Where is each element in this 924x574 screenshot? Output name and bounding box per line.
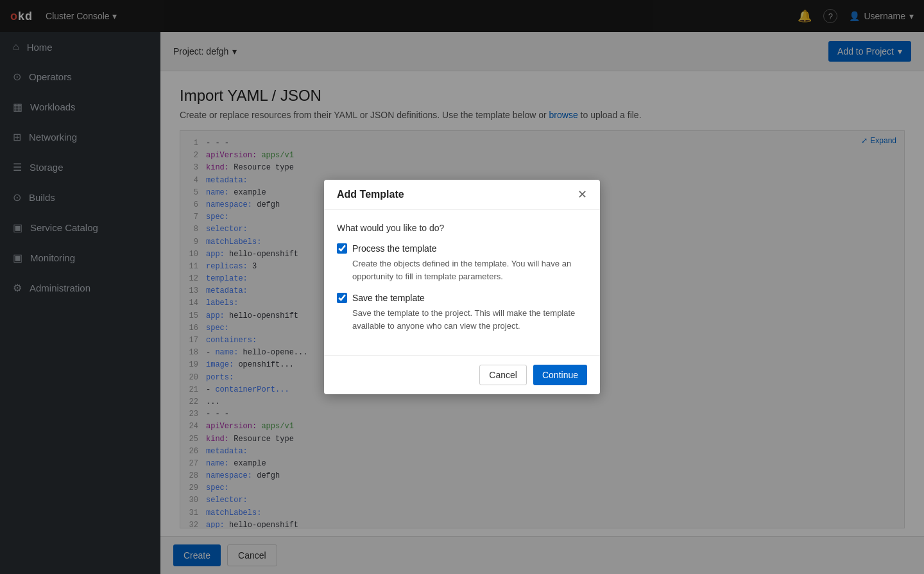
save-template-description: Save the template to the project. This w…: [352, 307, 587, 332]
process-template-option: Process the template Create the objects …: [337, 243, 587, 283]
modal-body: What would you like to do? Process the t…: [324, 210, 600, 355]
process-template-checkbox[interactable]: [337, 243, 347, 254]
process-template-text: Process the template: [352, 243, 437, 254]
modal-cancel-button[interactable]: Cancel: [479, 365, 527, 385]
add-template-modal: Add Template ✕ What would you like to do…: [324, 180, 600, 394]
modal-question: What would you like to do?: [337, 223, 587, 233]
modal-close-button[interactable]: ✕: [578, 189, 587, 200]
save-template-text: Save the template: [352, 293, 425, 303]
process-template-description: Create the objects defined in the templa…: [352, 257, 587, 283]
modal-footer: Cancel Continue: [324, 355, 600, 394]
modal-header: Add Template ✕: [324, 180, 600, 210]
save-template-checkbox[interactable]: [337, 293, 347, 303]
modal-title: Add Template: [337, 189, 404, 200]
save-template-option: Save the template Save the template to t…: [337, 293, 587, 332]
save-template-label[interactable]: Save the template: [337, 293, 587, 303]
modal-overlay: Add Template ✕ What would you like to do…: [0, 0, 924, 574]
modal-continue-button[interactable]: Continue: [533, 365, 587, 385]
process-template-label[interactable]: Process the template: [337, 243, 587, 254]
